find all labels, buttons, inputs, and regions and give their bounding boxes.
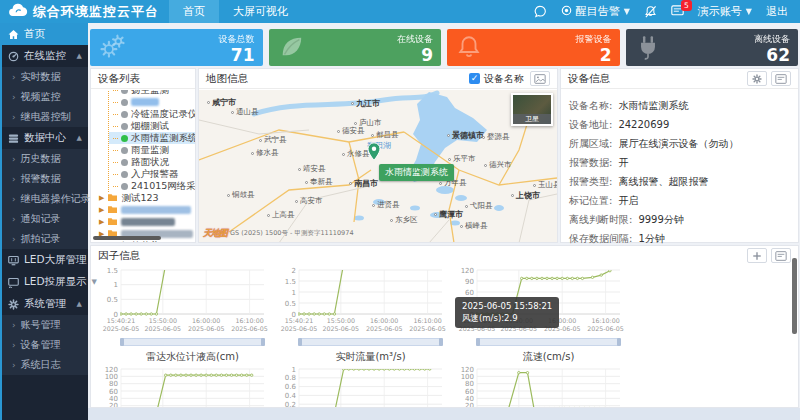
app-root: 综合环境监控云平台 首页大屏可视化 醒目告警 ▼ 5 演示账号 ▼ 退出 首页在… (0, 0, 800, 420)
tree-folder-13[interactable]: ▶智慧井盖 (91, 240, 195, 242)
home-icon (8, 29, 19, 40)
sidebar-item-0[interactable]: 首页 (2, 23, 88, 45)
svg-text:20: 20 (465, 402, 474, 407)
top-nav-tab-0[interactable]: 首页 (169, 0, 219, 23)
sidebar-item-label: 继电器操作记录 (21, 192, 91, 206)
info-field-value: 离线报警、超限报警 (618, 175, 708, 189)
sidebar-item-label: 历史数据 (21, 152, 61, 166)
map-marker-pin[interactable] (367, 142, 381, 164)
svg-text:1: 1 (292, 289, 296, 297)
tree-folder-10[interactable]: ▶ (91, 204, 195, 216)
map-marker-label[interactable]: 水雨情监测系统 (379, 164, 454, 181)
tree-folder-11[interactable]: ▶ (91, 216, 195, 228)
chart-cell-3: 0 20 40 60 80 100 120 (93, 364, 271, 407)
device-settings-button[interactable] (747, 71, 767, 86)
sidebar-item-5[interactable]: 数据中心▲ (2, 127, 88, 149)
chart-datazoom-slider-1[interactable] (299, 338, 442, 346)
device-name-checkbox[interactable]: ✓ (469, 73, 480, 84)
sidebar-item-label: 通知记录 (21, 212, 61, 226)
info-field-value: 24220699 (618, 119, 669, 130)
chevron-right-icon: › (12, 234, 16, 244)
sidebar-item-1[interactable]: 在线监控▲ (2, 45, 88, 67)
chat-icon[interactable] (534, 5, 547, 18)
svg-text:0.5: 0.5 (285, 300, 296, 308)
sidebar-item-2[interactable]: ›实时数据 (2, 67, 88, 87)
message-center-icon[interactable]: 5 (671, 5, 684, 19)
svg-text:120: 120 (461, 267, 474, 275)
sidebar-item-12[interactable]: LED投屏显示▼ (2, 271, 88, 293)
chevron-down-icon: ▼ (746, 7, 752, 16)
mute-alarm-icon[interactable] (644, 5, 657, 18)
factor-chart-0[interactable]: 0 0.5 1 1.515:40:212025-06-0515:50:00202… (93, 265, 271, 335)
sidebar-item-8[interactable]: ›继电器操作记录 (2, 189, 88, 209)
info-field-value: 开 (618, 156, 628, 170)
sidebar-item-16[interactable]: ›系统日志 (2, 355, 88, 375)
satellite-layer-thumb[interactable]: 卫星 (511, 93, 553, 126)
top-nav-tab-1[interactable]: 大屏可视化 (219, 0, 302, 23)
chart-datazoom-slider-0[interactable] (121, 338, 264, 346)
tree-device-2[interactable]: 冷链温度记录仪 (109, 108, 195, 120)
sidebar-item-7[interactable]: ›报警数据 (2, 169, 88, 189)
sidebar-item-label: 系统日志 (21, 358, 61, 372)
folder-icon (107, 193, 118, 204)
svg-text:1: 1 (292, 366, 296, 374)
highlight-alarm-dropdown[interactable]: 醒目告警 ▼ (561, 4, 630, 19)
sidebar-item-15[interactable]: ›设备管理 (2, 335, 88, 355)
sidebar-item-10[interactable]: ›抓拍记录 (2, 229, 88, 249)
tree-device-6[interactable]: 路面状况 (109, 156, 195, 168)
page-bottom-strip (88, 408, 800, 420)
top-nav: 首页大屏可视化 (169, 0, 302, 23)
svg-text:0.8: 0.8 (285, 374, 296, 382)
info-field-value: 展厅在线演示设备（勿动） (618, 137, 738, 151)
sidebar-item-13[interactable]: 系统管理▲ (2, 293, 88, 315)
device-card-button[interactable] (771, 71, 791, 86)
factor-chart-2[interactable]: 0 30 60 90 12015:40:212025-06-0515:50:00… (449, 265, 627, 335)
info-field-4: 报警类型: 离线报警、超限报警 (569, 172, 790, 191)
map-canvas[interactable]: 咸宁市九江市景德镇市南昌市上饶市鹰潭市通山县庐山市武宁县德安县都昌县婺源县修水县… (199, 90, 557, 242)
sidebar-item-6[interactable]: ›历史数据 (2, 149, 88, 169)
factor-chart-5[interactable]: 0 20 40 60 80 100 120 (449, 364, 627, 407)
svg-text:40: 40 (109, 395, 118, 403)
tree-device-3[interactable]: 烟棚测试 (109, 120, 195, 132)
tree-device-4[interactable]: 水雨情监测系统 (109, 132, 195, 144)
add-factor-button[interactable] (747, 248, 767, 263)
app-logo: 综合环境监控云平台 (0, 3, 169, 21)
map-label-place-20: 铜鼓县 (227, 190, 255, 200)
logout-button[interactable]: 退出 (766, 4, 788, 19)
svg-text:0.5: 0.5 (107, 296, 118, 304)
horizontal-scrollbar[interactable] (93, 236, 161, 240)
factor-chart-4[interactable]: 0 0.2 0.4 0.6 0.8 1 (271, 364, 449, 407)
svg-text:16:00:00: 16:00:00 (548, 317, 576, 324)
svg-text:16:00:00: 16:00:00 (370, 317, 398, 324)
map-label-place-19: 玉山县 (533, 180, 557, 190)
panels-row: 设备列表 扬尘监测冷链温度记录仪烟棚测试水雨情监测系统雨量监测路面状况入户报警器… (90, 68, 799, 243)
svg-text:80: 80 (109, 380, 118, 388)
stat-card-0: 设备总数 71 (90, 29, 263, 66)
device-status-dot (121, 99, 128, 106)
sidebar-item-4[interactable]: ›继电器控制 (2, 107, 88, 127)
map-label-place-26: 横峰县 (460, 221, 488, 231)
sidebar-item-9[interactable]: ›通知记录 (2, 209, 88, 229)
factor-chart-3[interactable]: 0 20 40 60 80 100 120 (93, 364, 271, 407)
factor-chart-1[interactable]: 0 0.5 1 1.5 215:40:212025-06-0515:50:002… (271, 265, 449, 335)
map-layers-button[interactable] (530, 71, 550, 86)
sidebar-item-3[interactable]: ›视频监控 (2, 87, 88, 107)
device-status-dot (121, 135, 128, 142)
vertical-scrollbar[interactable] (792, 258, 797, 334)
sidebar-item-14[interactable]: ›账号管理 (2, 315, 88, 335)
tree-device-5[interactable]: 雨量监测 (109, 144, 195, 156)
chart-datazoom-slider-2[interactable] (477, 338, 620, 346)
caret-up-icon: ▲ (77, 134, 82, 142)
account-dropdown[interactable]: 演示账号 ▼ (698, 4, 752, 19)
factor-card-button[interactable] (771, 248, 791, 263)
sidebar-item-11[interactable]: LED大屏管理 (2, 249, 88, 271)
device-tree: 扬尘监测冷链温度记录仪烟棚测试水雨情监测系统雨量监测路面状况入户报警器24101… (91, 90, 195, 242)
redacted-text (121, 218, 175, 226)
tree-device-1[interactable] (109, 96, 195, 108)
chevron-down-icon: ▼ (624, 7, 630, 16)
map-label-place-17: 奉新县 (305, 177, 333, 187)
tree-device-7[interactable]: 入户报警器 (109, 168, 195, 180)
tree-folder-9[interactable]: ▶测试123 (91, 192, 195, 204)
factor-title: 因子信息 (98, 249, 140, 263)
tree-device-8[interactable]: 241015网络采集器 (109, 180, 195, 192)
